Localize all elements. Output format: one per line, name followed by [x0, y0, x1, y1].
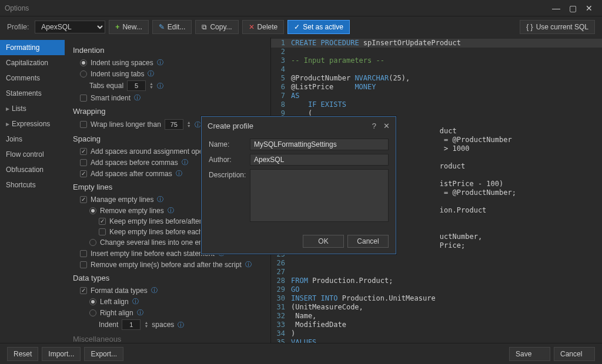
- check-keep-before-after[interactable]: [99, 218, 106, 225]
- code-line: 28FROM Production.Product;: [271, 277, 602, 285]
- section-data-types: Data types: [73, 274, 263, 282]
- code-line: 5@ProductNumber NVARCHAR(25),: [271, 74, 602, 83]
- dialog-ok-button[interactable]: OK: [303, 235, 344, 248]
- check-manage-empty[interactable]: [80, 196, 87, 203]
- info-icon[interactable]: ⓘ: [137, 308, 143, 317]
- radio-change-several[interactable]: [89, 239, 96, 246]
- check-remove-script[interactable]: [80, 261, 87, 268]
- maximize-button[interactable]: ▢: [564, 1, 581, 15]
- section-misc: Miscellaneous: [73, 335, 263, 343]
- section-indention: Indention: [73, 46, 263, 55]
- check-spaces-assignment[interactable]: [80, 148, 87, 155]
- dialog-cancel-button[interactable]: Cancel: [347, 235, 389, 248]
- radio-indent-tabs[interactable]: [80, 70, 87, 77]
- reset-button[interactable]: Reset: [7, 347, 38, 361]
- info-icon[interactable]: ⓘ: [134, 93, 141, 102]
- info-icon[interactable]: ⓘ: [157, 82, 163, 90]
- code-line: 4: [271, 65, 602, 74]
- sidebar-item-expressions[interactable]: ▸Expressions: [0, 116, 65, 132]
- radio-remove-empty[interactable]: [89, 207, 96, 214]
- check-spaces-after-commas[interactable]: [80, 170, 87, 177]
- code-line: 3-- Input parameters --: [271, 56, 602, 65]
- sidebar-item-formatting[interactable]: Formatting: [0, 40, 65, 55]
- radio-left-align[interactable]: [89, 298, 96, 305]
- chevron-right-icon: ▸: [6, 120, 9, 128]
- toolbar: Profile: ApexSQL +New... ✎Edit... ⧉Copy.…: [0, 16, 602, 38]
- sidebar-item-statements[interactable]: Statements: [0, 86, 65, 101]
- info-icon[interactable]: ⓘ: [178, 321, 184, 329]
- delete-icon: ✕: [249, 23, 255, 31]
- code-line: 8 IF EXISTS: [271, 100, 602, 109]
- copy-icon: ⧉: [202, 23, 207, 31]
- radio-right-align[interactable]: [89, 309, 96, 316]
- description-input[interactable]: [250, 169, 389, 222]
- chevron-right-icon: ▸: [6, 105, 9, 113]
- delete-button[interactable]: ✕Delete: [242, 20, 285, 34]
- code-line: 27: [271, 268, 602, 277]
- set-active-button[interactable]: ✓Set as active: [287, 20, 350, 34]
- import-button[interactable]: Import...: [42, 347, 81, 361]
- sidebar-item-lists[interactable]: ▸Lists: [0, 101, 65, 116]
- author-label: Author:: [209, 154, 250, 164]
- info-icon[interactable]: ⓘ: [168, 206, 174, 215]
- author-input[interactable]: [250, 154, 389, 166]
- profile-select[interactable]: ApexSQL: [35, 21, 105, 33]
- sidebar-item-flow-control[interactable]: Flow control: [0, 147, 65, 162]
- cancel-button[interactable]: Cancel: [554, 347, 595, 361]
- code-line: 7AS: [271, 92, 602, 100]
- close-button[interactable]: ✕: [581, 1, 597, 15]
- minimize-button[interactable]: —: [548, 1, 564, 15]
- create-profile-dialog: Create profile ? ✕ Name: Author: Descrip…: [201, 116, 396, 254]
- name-input[interactable]: [250, 139, 389, 150]
- info-icon[interactable]: ⓘ: [157, 58, 163, 67]
- plus-icon: +: [115, 23, 119, 31]
- dialog-close-icon[interactable]: ✕: [383, 122, 390, 130]
- info-icon[interactable]: ⓘ: [245, 260, 252, 269]
- sidebar-item-joins[interactable]: Joins: [0, 132, 65, 147]
- help-icon[interactable]: ?: [372, 122, 376, 130]
- sidebar-item-shortcuts[interactable]: Shortcuts: [0, 177, 65, 193]
- info-icon[interactable]: ⓘ: [176, 169, 182, 178]
- code-line: 32 Name,: [271, 312, 602, 321]
- copy-button[interactable]: ⧉Copy...: [195, 20, 238, 34]
- description-label: Description:: [209, 169, 250, 179]
- edit-button[interactable]: ✎Edit...: [152, 20, 192, 34]
- wrap-length-input[interactable]: [165, 119, 183, 130]
- code-line: 34): [271, 329, 602, 338]
- sidebar-item-obfuscation[interactable]: Obfuscation: [0, 162, 65, 177]
- info-icon[interactable]: ⓘ: [132, 297, 139, 306]
- sidebar: Formatting Capitalization Comments State…: [0, 38, 65, 343]
- check-format-datatypes[interactable]: [80, 287, 87, 294]
- code-line: 2: [271, 48, 602, 56]
- check-spaces-before-commas[interactable]: [80, 159, 87, 166]
- sidebar-item-capitalization[interactable]: Capitalization: [0, 55, 65, 70]
- code-line: 6@ListPrice MONEY: [271, 83, 602, 92]
- radio-indent-spaces[interactable]: [80, 59, 87, 66]
- section-wrapping: Wrapping: [73, 107, 263, 116]
- code-line: 26: [271, 259, 602, 268]
- sidebar-item-comments[interactable]: Comments: [0, 70, 65, 86]
- code-line: 30INSERT INTO Production.UnitMeasure: [271, 294, 602, 303]
- tabs-equal-input[interactable]: [127, 80, 146, 91]
- code-line: 29GO: [271, 285, 602, 294]
- check-smart-indent[interactable]: [80, 95, 87, 102]
- check-wrap-lines[interactable]: [80, 121, 87, 128]
- info-icon[interactable]: ⓘ: [182, 158, 188, 167]
- info-icon[interactable]: ⓘ: [157, 195, 163, 204]
- code-line: 31(UnitMeasureCode,: [271, 303, 602, 312]
- check-icon: ✓: [294, 23, 300, 31]
- check-keep-before-stmt[interactable]: [99, 228, 106, 235]
- info-icon[interactable]: ⓘ: [195, 120, 201, 129]
- use-current-sql-button[interactable]: { }Use current SQL: [520, 20, 595, 34]
- dialog-title: Create profile: [208, 122, 253, 130]
- footer: Reset Import... Export... Save Cancel: [0, 343, 602, 364]
- new-button[interactable]: +New...: [109, 20, 148, 34]
- info-icon[interactable]: ⓘ: [148, 69, 154, 78]
- indent-value-input[interactable]: [122, 319, 141, 330]
- check-insert-before[interactable]: [80, 250, 87, 257]
- code-line: 33 ModifiedDate: [271, 321, 602, 329]
- export-button[interactable]: Export...: [84, 347, 123, 361]
- pencil-icon: ✎: [159, 23, 165, 31]
- save-button[interactable]: Save: [509, 347, 550, 361]
- info-icon[interactable]: ⓘ: [151, 286, 158, 295]
